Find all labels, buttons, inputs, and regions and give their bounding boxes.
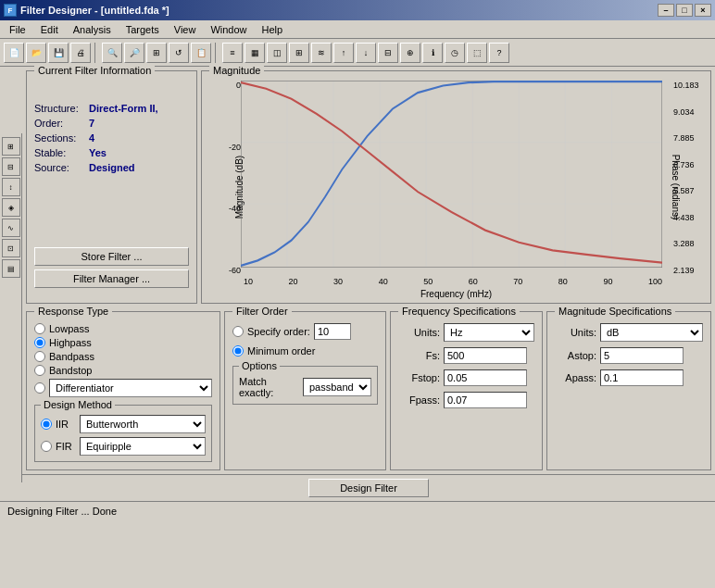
toolbar-b5[interactable]: ≋ bbox=[311, 43, 332, 63]
minimum-order-radio[interactable] bbox=[232, 345, 244, 357]
fpass-input[interactable] bbox=[444, 392, 527, 408]
sidebar-icon-2[interactable]: ⊟ bbox=[2, 157, 20, 176]
sidebar-icon-4[interactable]: ◈ bbox=[2, 198, 20, 217]
mag-spec-panel: Magnitude Specifications Units: dB Astop… bbox=[546, 311, 711, 470]
source-label: Source: bbox=[34, 162, 85, 173]
radio-bandstop-input[interactable] bbox=[34, 365, 45, 376]
toolbar-save[interactable]: 💾 bbox=[48, 43, 69, 63]
toolbar-zoomfit[interactable]: ⊞ bbox=[146, 43, 167, 63]
specify-order-label: Specify order: bbox=[247, 326, 310, 337]
fs-label: Fs: bbox=[398, 350, 440, 361]
toolbar-b9[interactable]: ⊕ bbox=[400, 43, 420, 63]
toolbar-b1[interactable]: ≡ bbox=[222, 43, 243, 63]
toolbar-zoomin[interactable]: 🔍 bbox=[102, 43, 122, 63]
sidebar-icon-6[interactable]: ⊡ bbox=[2, 239, 20, 257]
fir-row: FIR Equiripple bbox=[41, 437, 206, 456]
minimum-order-label: Minimum order bbox=[247, 345, 315, 357]
stable-label: Stable: bbox=[34, 147, 85, 158]
toolbar-b8[interactable]: ⊟ bbox=[378, 43, 398, 63]
toolbar-new[interactable]: 📄 bbox=[4, 43, 24, 63]
toolbar-b12[interactable]: ⬚ bbox=[467, 43, 487, 63]
menu-file[interactable]: File bbox=[2, 22, 33, 37]
toolbar-b4[interactable]: ⊞ bbox=[289, 43, 309, 63]
mag-units-select[interactable]: dB bbox=[600, 323, 703, 342]
filter-info-panel: Current Filter Information Structure: Di… bbox=[26, 70, 197, 304]
top-section: Current Filter Information Structure: Di… bbox=[22, 67, 715, 307]
radio-differentiator-input[interactable] bbox=[34, 382, 45, 394]
toolbar-b13[interactable]: ? bbox=[489, 43, 509, 63]
statusbar: Designing Filter ... Done bbox=[0, 501, 715, 519]
differentiator-select[interactable]: Differentiator bbox=[49, 379, 212, 397]
bottom-section: Response Type Lowpass Highpass Bandpass bbox=[22, 307, 715, 474]
radio-differentiator: Differentiator bbox=[34, 379, 212, 397]
chart-container: Magnitude (dB) Phase (radians) 0 -20 -40… bbox=[202, 71, 710, 303]
minimize-button[interactable]: – bbox=[658, 4, 674, 17]
apass-row: Apass: bbox=[555, 369, 703, 386]
sidebar-icon-3[interactable]: ↕ bbox=[2, 178, 20, 196]
fs-input[interactable] bbox=[444, 347, 527, 364]
sidebar-icon-7[interactable]: ▤ bbox=[2, 259, 20, 278]
chart-svg bbox=[241, 81, 662, 268]
toolbar-b2[interactable]: ▦ bbox=[245, 43, 265, 63]
freq-units-select[interactable]: Hz bbox=[444, 323, 534, 342]
menubar: File Edit Analysis Targets View Window H… bbox=[0, 20, 715, 39]
toolbar-b10[interactable]: ℹ bbox=[422, 43, 443, 63]
iir-label: IIR bbox=[56, 419, 76, 430]
menu-view[interactable]: View bbox=[167, 22, 204, 37]
response-type-title: Response Type bbox=[34, 306, 112, 317]
radio-lowpass-input[interactable] bbox=[34, 323, 45, 334]
menu-edit[interactable]: Edit bbox=[33, 22, 66, 37]
mag-spec-title: Magnitude Specifications bbox=[555, 306, 675, 317]
apass-input[interactable] bbox=[600, 369, 684, 386]
y-tick-60: -60 bbox=[229, 266, 241, 275]
menu-analysis[interactable]: Analysis bbox=[66, 22, 119, 37]
toolbar-open[interactable]: 📂 bbox=[26, 43, 46, 63]
match-label: Match exactly: bbox=[239, 376, 299, 398]
sidebar-icon-5[interactable]: ∿ bbox=[2, 219, 20, 237]
specify-order-radio[interactable] bbox=[232, 326, 244, 337]
order-label: Order: bbox=[34, 118, 85, 129]
specify-order-input[interactable] bbox=[314, 323, 351, 340]
units-label: Units: bbox=[398, 327, 440, 338]
match-row: Match exactly: passband bbox=[239, 376, 371, 398]
chart-panel: Magnitude Magnitude (dB) Phase (radians)… bbox=[201, 70, 711, 304]
y-tick-r3: 7.885 bbox=[673, 133, 695, 143]
structure-value: Direct-Form II, bbox=[89, 103, 158, 114]
sections-value: 4 bbox=[89, 132, 94, 144]
radio-bandpass: Bandpass bbox=[34, 351, 212, 362]
toolbar-copy[interactable]: 📋 bbox=[191, 43, 211, 63]
order-value: 7 bbox=[89, 118, 94, 129]
fir-select[interactable]: Equiripple bbox=[80, 437, 206, 456]
menu-window[interactable]: Window bbox=[203, 22, 254, 37]
iir-select[interactable]: Butterworth bbox=[80, 415, 206, 433]
menu-targets[interactable]: Targets bbox=[119, 22, 167, 37]
toolbar-zoomout[interactable]: 🔎 bbox=[124, 43, 144, 63]
x-tick-90: 90 bbox=[603, 277, 612, 286]
radio-highpass-input[interactable] bbox=[34, 337, 45, 348]
match-select[interactable]: passband bbox=[303, 378, 371, 396]
titlebar-left: F Filter Designer - [untitled.fda *] bbox=[4, 4, 169, 17]
units-row: Units: Hz bbox=[398, 323, 534, 342]
toolbar-print[interactable]: 🖨 bbox=[70, 43, 91, 63]
toolbar-b11[interactable]: ◷ bbox=[445, 43, 465, 63]
iir-radio[interactable] bbox=[41, 419, 52, 430]
sidebar-icon-1[interactable]: ⊞ bbox=[2, 137, 20, 156]
content-wrapper: ⊞ ⊟ ↕ ◈ ∿ ⊡ ▤ Current Filter Information… bbox=[0, 67, 715, 501]
x-tick-10: 10 bbox=[244, 277, 253, 286]
radio-bandpass-input[interactable] bbox=[34, 351, 45, 362]
maximize-button[interactable]: □ bbox=[676, 4, 693, 17]
close-button[interactable]: × bbox=[695, 4, 711, 17]
fstop-row: Fstop: bbox=[398, 369, 534, 386]
store-filter-button[interactable]: Store Filter ... bbox=[34, 247, 189, 266]
toolbar-b3[interactable]: ◫ bbox=[267, 43, 287, 63]
toolbar-reset[interactable]: ↺ bbox=[169, 43, 189, 63]
filter-manager-button[interactable]: Filter Manager ... bbox=[34, 269, 189, 288]
astop-input[interactable] bbox=[600, 347, 684, 364]
design-filter-button[interactable]: Design Filter bbox=[308, 479, 429, 497]
fir-radio[interactable] bbox=[41, 441, 52, 452]
menu-help[interactable]: Help bbox=[255, 22, 291, 37]
toolbar-b7[interactable]: ↓ bbox=[356, 43, 376, 63]
filter-order-panel: Filter Order Specify order: Minimum orde… bbox=[224, 311, 386, 470]
toolbar-b6[interactable]: ↑ bbox=[333, 43, 354, 63]
fstop-input[interactable] bbox=[444, 369, 527, 386]
